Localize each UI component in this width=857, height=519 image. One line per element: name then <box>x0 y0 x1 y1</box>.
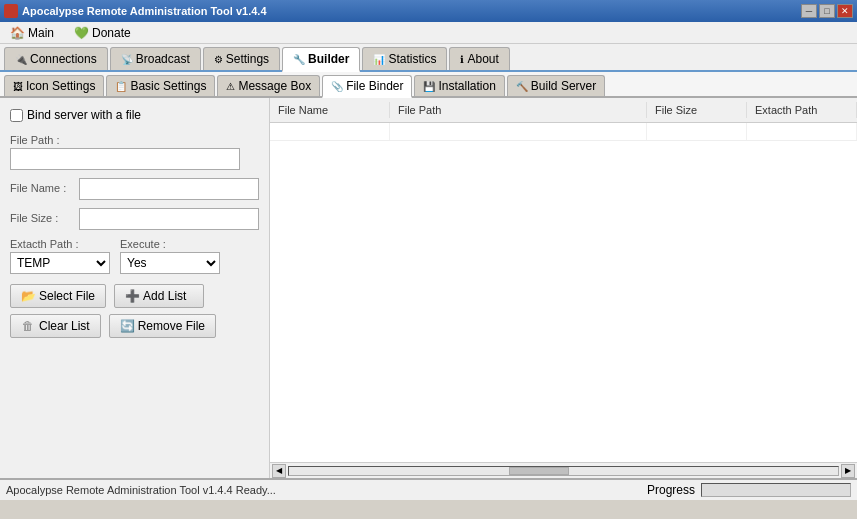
main-tab-bar: 🔌 Connections 📡 Broadcast ⚙ Settings 🔧 B… <box>0 44 857 72</box>
file-binder-icon: 📎 <box>331 81 343 92</box>
maximize-button[interactable]: □ <box>819 4 835 18</box>
connections-icon: 🔌 <box>15 54 27 65</box>
tab-builder[interactable]: 🔧 Builder <box>282 47 360 72</box>
horizontal-scrollbar[interactable]: ◀ ▶ <box>270 462 857 478</box>
clear-list-button[interactable]: 🗑 Clear List <box>10 314 101 338</box>
main-icon: 🏠 <box>10 26 25 40</box>
basic-settings-icon: 📋 <box>115 81 127 92</box>
btn-row-1: 📂 Select File ➕ Add List <box>10 284 259 308</box>
window-controls: ─ □ ✕ <box>801 4 853 18</box>
btn-row-2: 🗑 Clear List 🔄 Remove File <box>10 314 259 338</box>
col-header-filesize: File Size <box>647 102 747 118</box>
file-path-input[interactable] <box>10 148 240 170</box>
progress-bar <box>701 483 851 497</box>
build-server-icon: 🔨 <box>516 81 528 92</box>
content-area: Bind server with a file File Path : File… <box>0 98 857 478</box>
icon-settings-icon: 🖼 <box>13 81 23 92</box>
left-panel: Bind server with a file File Path : File… <box>0 98 270 478</box>
table-row <box>270 123 857 141</box>
close-button[interactable]: ✕ <box>837 4 853 18</box>
statistics-icon: 📊 <box>373 54 385 65</box>
extact-path-label: Extacth Path : <box>10 238 110 250</box>
subtab-installation[interactable]: 💾 Installation <box>414 75 504 96</box>
scroll-thumb[interactable] <box>509 467 569 475</box>
progress-label: Progress <box>647 483 695 497</box>
subtab-basic-settings[interactable]: 📋 Basic Settings <box>106 75 215 96</box>
scroll-left-arrow[interactable]: ◀ <box>272 464 286 478</box>
sub-tab-bar: 🖼 Icon Settings 📋 Basic Settings ⚠ Messa… <box>0 72 857 98</box>
tab-about[interactable]: ℹ About <box>449 47 509 70</box>
col-header-filename: File Name <box>270 102 390 118</box>
col-header-extpath: Extacth Path <box>747 102 857 118</box>
bind-server-row: Bind server with a file <box>10 108 259 122</box>
broadcast-icon: 📡 <box>121 54 133 65</box>
builder-icon: 🔧 <box>293 54 305 65</box>
title-bar: Apocalypse Remote Administration Tool v1… <box>0 0 857 22</box>
extact-path-group: Extacth Path : TEMP Windows System32 <box>10 238 110 274</box>
subtab-build-server[interactable]: 🔨 Build Server <box>507 75 605 96</box>
window-title: Apocalypse Remote Administration Tool v1… <box>22 5 267 17</box>
app-icon <box>4 4 18 18</box>
execute-select[interactable]: Yes No <box>120 252 220 274</box>
scroll-track[interactable] <box>288 466 839 476</box>
scroll-right-arrow[interactable]: ▶ <box>841 464 855 478</box>
add-list-icon: ➕ <box>125 289 139 303</box>
about-icon: ℹ <box>460 54 464 65</box>
settings-icon: ⚙ <box>214 54 223 65</box>
remove-file-button[interactable]: 🔄 Remove File <box>109 314 216 338</box>
status-text: Apocalypse Remote Administration Tool v1… <box>6 484 276 496</box>
status-right: Progress <box>647 483 851 497</box>
table-body <box>270 123 857 462</box>
file-name-row: File Name : <box>10 178 259 200</box>
minimize-button[interactable]: ─ <box>801 4 817 18</box>
execute-group: Execute : Yes No <box>120 238 220 274</box>
bind-server-checkbox[interactable] <box>10 109 23 122</box>
extact-path-select[interactable]: TEMP Windows System32 <box>10 252 110 274</box>
file-path-group: File Path : <box>10 134 259 170</box>
file-name-label: File Name : <box>10 182 73 194</box>
select-file-button[interactable]: 📂 Select File <box>10 284 106 308</box>
donate-icon: 💚 <box>74 26 89 40</box>
tab-broadcast[interactable]: 📡 Broadcast <box>110 47 201 70</box>
add-list-button[interactable]: ➕ Add List <box>114 284 204 308</box>
message-box-icon: ⚠ <box>226 81 235 92</box>
menu-main[interactable]: 🏠 Main <box>4 24 60 42</box>
subtab-icon-settings[interactable]: 🖼 Icon Settings <box>4 75 104 96</box>
select-row: Extacth Path : TEMP Windows System32 Exe… <box>10 238 259 274</box>
tab-connections[interactable]: 🔌 Connections <box>4 47 108 70</box>
tab-settings[interactable]: ⚙ Settings <box>203 47 280 70</box>
menu-bar: 🏠 Main 💚 Donate <box>0 22 857 44</box>
remove-file-icon: 🔄 <box>120 319 134 333</box>
file-size-row: File Size : <box>10 208 259 230</box>
table-header: File Name File Path File Size Extacth Pa… <box>270 98 857 123</box>
subtab-file-binder[interactable]: 📎 File Binder <box>322 75 412 98</box>
installation-icon: 💾 <box>423 81 435 92</box>
menu-donate[interactable]: 💚 Donate <box>68 24 137 42</box>
subtab-message-box[interactable]: ⚠ Message Box <box>217 75 320 96</box>
clear-list-icon: 🗑 <box>21 319 35 333</box>
file-size-label: File Size : <box>10 212 73 224</box>
execute-label: Execute : <box>120 238 220 250</box>
tab-statistics[interactable]: 📊 Statistics <box>362 47 447 70</box>
select-file-icon: 📂 <box>21 289 35 303</box>
file-path-label: File Path : <box>10 134 259 146</box>
status-bar: Apocalypse Remote Administration Tool v1… <box>0 478 857 500</box>
col-header-filepath: File Path <box>390 102 647 118</box>
right-panel: File Name File Path File Size Extacth Pa… <box>270 98 857 478</box>
file-size-input[interactable] <box>79 208 259 230</box>
bind-server-label: Bind server with a file <box>27 108 141 122</box>
file-name-input[interactable] <box>79 178 259 200</box>
